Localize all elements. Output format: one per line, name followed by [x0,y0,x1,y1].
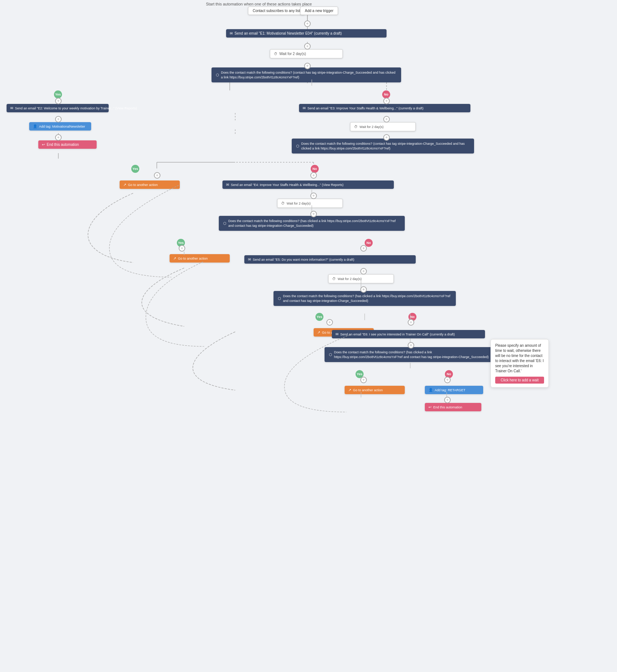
mail-icon-2 [10,106,15,110]
condition-node-5[interactable]: Does the contact match the following con… [325,347,496,362]
plus-9[interactable]: + [310,211,317,217]
yes-badge-2: Yes [131,165,139,173]
goto-node-4[interactable]: Go to another action [345,386,405,394]
plus-8[interactable]: + [310,193,317,199]
plus-6[interactable]: + [383,116,390,123]
plus-yes-3[interactable]: + [179,245,185,252]
plus-yes-5[interactable]: + [360,377,367,383]
end-icon-1 [42,143,47,147]
plus-5[interactable]: + [55,134,62,141]
trigger-add-button[interactable]: Add a new trigger [300,7,338,15]
plus-no-1[interactable]: + [383,98,390,104]
goto-node-2[interactable]: Go to another action [170,254,230,263]
cond-icon-3 [223,221,228,225]
email-node-1[interactable]: Send an email "E1: Motivational Newslett… [226,29,387,38]
plus-13[interactable]: + [444,397,451,403]
condition-node-3[interactable]: Does the contact match the following con… [219,216,405,231]
end-node-2[interactable]: End this automation [425,403,481,411]
wait-icon-4 [332,277,338,281]
plus-no-2[interactable]: + [310,172,317,179]
cond-icon-1 [216,73,221,77]
plus-1[interactable]: + [304,20,311,27]
cond-icon-2 [296,144,301,148]
end-node-1[interactable]: End this automation [38,140,97,149]
mail-icon-4 [226,183,231,187]
email-node-5[interactable]: Send an email "E5: Do you want more info… [244,255,416,264]
plus-7[interactable]: + [383,134,390,141]
goto-icon-1 [123,183,128,187]
tooltip-add-wait-button[interactable]: Click here to add a wait [495,377,544,384]
plus-4[interactable]: + [55,116,62,123]
goto-icon-4 [348,388,353,392]
goto-icon-3 [317,330,322,334]
wait-icon-1 [274,52,279,56]
plus-3[interactable]: + [304,63,311,69]
condition-node-1[interactable]: Does the contact match the following con… [212,67,401,82]
tag-icon-1 [33,124,39,128]
plus-yes-1[interactable]: + [55,98,62,104]
plus-no-5[interactable]: + [444,377,451,383]
email-node-6[interactable]: Send an email "E6: I see you're interest… [332,330,485,338]
mail-icon-3 [303,106,307,110]
end-icon-2 [428,405,433,409]
goto-icon-2 [173,256,178,260]
no-badge-1: No [382,90,390,98]
mail-icon-5 [248,257,253,261]
cond-icon-4 [278,296,283,300]
tag-node-2[interactable]: Add tag: RETARGET [425,386,483,394]
wait-node-2[interactable]: Wait for 2 day(s) [350,122,416,131]
yes-badge-1: Yes [54,90,62,98]
plus-10[interactable]: + [360,268,367,275]
email-node-2-yes[interactable]: Send an email "E2: Welcome to your weekl… [7,104,109,112]
plus-no-3[interactable]: + [360,245,367,252]
plus-yes-4[interactable]: + [326,319,333,326]
cond-icon-5 [329,353,334,357]
trigger-subscribe-button[interactable]: Contact subscribes to any list [248,7,305,15]
tooltip-wait: Please specify an amount of time to wait… [490,339,549,388]
automation-header: Start this automation when one of these … [204,2,314,6]
plus-12[interactable]: + [408,342,414,349]
plus-yes-2[interactable]: + [154,172,160,179]
yes-badge-4: Yes [315,313,323,321]
condition-node-4[interactable]: Does the contact match the following con… [273,291,456,306]
plus-11[interactable]: + [360,286,367,293]
wait-node-1[interactable]: Wait for 2 day(s) [270,49,343,58]
no-badge-2: No [311,165,319,173]
email-node-4[interactable]: Send an email "E4: Improve Your Staffs H… [222,180,394,189]
wait-icon-2 [354,125,360,129]
plus-2[interactable]: + [304,43,311,50]
wait-node-4[interactable]: Wait for 2 day(s) [328,274,394,283]
goto-node-1[interactable]: Go to another action [120,180,180,189]
mail-icon-6 [335,332,340,336]
plus-no-4[interactable]: + [408,319,414,326]
tag-icon-2 [428,388,435,392]
tag-node-1[interactable]: Add tag: MotivationalNewsletter [29,122,91,131]
email-node-no-1[interactable]: Send an email "E3: Improve Your Staffs H… [299,104,470,112]
condition-node-2[interactable]: Does the contact match the following con… [292,139,474,154]
wait-icon-3 [281,201,287,205]
mail-icon-1 [230,31,234,35]
wait-node-3[interactable]: Wait for 2 day(s) [277,199,343,208]
